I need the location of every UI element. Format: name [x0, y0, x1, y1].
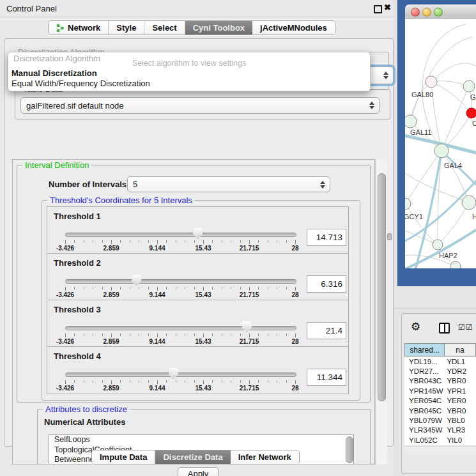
- slider-tick: [102, 380, 103, 383]
- column-layout-icon[interactable]: [439, 323, 450, 334]
- slider-tick-label: 9.144: [149, 338, 165, 345]
- slider-tick-label: 28: [291, 291, 298, 298]
- slider-tick-label: 28: [291, 245, 298, 252]
- table-hscrollbar-track[interactable]: [404, 446, 476, 454]
- table-row[interactable]: YIL052CYIL0: [404, 435, 476, 445]
- network-node-label: GA: [470, 93, 476, 101]
- slider-tick-label: 2.859: [103, 291, 119, 298]
- tab-impute-data[interactable]: Impute Data: [92, 450, 155, 464]
- table-row[interactable]: YPR145WYPR1: [404, 386, 476, 395]
- slider-thumb[interactable]: [242, 321, 252, 333]
- network-node[interactable]: [426, 76, 437, 88]
- node-attribute-table: shared...na YDL19...YDL1YDR27...YDR2YBR0…: [404, 343, 476, 445]
- network-canvas[interactable]: GAL80GACGAL11GAL4GCY1HHAP2: [405, 19, 476, 268]
- network-node[interactable]: [462, 196, 476, 210]
- slider-tick-label: 15.43: [195, 338, 211, 345]
- tab-discretize-data[interactable]: Discretize Data: [155, 450, 230, 464]
- table-row[interactable]: YBL079WYBL0: [404, 415, 476, 425]
- slider-tick: [258, 287, 259, 289]
- slider-tick: [102, 287, 103, 289]
- slider-tick: [120, 287, 121, 289]
- table-row[interactable]: YDR27...YDR2: [404, 366, 476, 376]
- tab-select[interactable]: Select: [144, 21, 185, 35]
- slider-thumb[interactable]: [132, 275, 141, 286]
- table-column-header-na[interactable]: na: [444, 344, 475, 356]
- table-row[interactable]: YLR345WYLR3: [404, 426, 476, 435]
- network-node[interactable]: [463, 81, 475, 92]
- tab-cyni-toolbox[interactable]: Cyni Toolbox: [185, 21, 252, 35]
- select-columns-icon[interactable]: ☑☑: [458, 323, 473, 332]
- table-cell: YBL079W: [404, 417, 444, 424]
- table-row[interactable]: YBR045CYBR0: [404, 406, 476, 415]
- threshold-value-field[interactable]: 11.344: [307, 369, 346, 386]
- threshold-panel-4: Threshold 4-3.4262.8599.14415.4321.71528…: [47, 346, 349, 394]
- threshold-value-field[interactable]: 21.4: [307, 322, 346, 339]
- tab-infer-network[interactable]: Infer Network: [231, 450, 299, 464]
- mac-minimize-button[interactable]: [422, 8, 431, 17]
- apply-button[interactable]: Apply: [178, 467, 219, 476]
- table-row[interactable]: YDL19...YDL1: [404, 357, 476, 366]
- popup-item-equal-width-frequency-discretization[interactable]: Equal Width/Frequency Discretization: [10, 79, 369, 88]
- settings-scrollbar-track[interactable]: [375, 159, 387, 464]
- threshold-value-field[interactable]: 6.316: [307, 275, 346, 293]
- slider-tick-label: 15.43: [195, 385, 211, 392]
- slider-tick: [157, 334, 158, 337]
- slider-tick: [130, 287, 130, 289]
- slider-tick: [176, 287, 176, 289]
- slider-tick: [194, 334, 195, 336]
- network-node[interactable]: [405, 115, 417, 128]
- slider-tick-label: -3.426: [56, 291, 74, 298]
- slider-tick: [194, 240, 195, 243]
- table-panel-header: Table Panel: [394, 286, 476, 309]
- slider-tick: [185, 240, 185, 243]
- table-cell: YDL1: [444, 358, 476, 365]
- settings-scrollbar-thumb[interactable]: [378, 173, 386, 401]
- slider-track[interactable]: [65, 372, 296, 377]
- slider-thumb[interactable]: [193, 228, 203, 240]
- close-icon[interactable]: ✖: [384, 3, 391, 12]
- mac-zoom-button[interactable]: [434, 8, 443, 17]
- table-data-combobox[interactable]: galFiltered.sif default node: [20, 97, 380, 114]
- slider-tick: [222, 380, 222, 383]
- network-node[interactable]: [433, 240, 443, 250]
- network-node[interactable]: [450, 261, 461, 268]
- network-node[interactable]: [466, 108, 476, 118]
- settings-scroll-viewport: Interval Definition Number of Intervals …: [12, 159, 375, 464]
- threshold-panel-3: Threshold 3-3.4262.8599.14415.4321.71528…: [47, 300, 349, 348]
- slider-tick: [65, 240, 66, 244]
- network-node[interactable]: [434, 144, 449, 158]
- threshold-value-field[interactable]: 14.713: [307, 229, 346, 246]
- network-node[interactable]: [405, 198, 411, 210]
- slider-track[interactable]: [65, 233, 296, 237]
- table-column-header-shared[interactable]: shared...: [405, 344, 444, 356]
- float-window-icon[interactable]: [374, 5, 382, 13]
- tab-network[interactable]: Network: [49, 21, 109, 35]
- slider-track[interactable]: [65, 279, 296, 284]
- attribute-item-selfloops[interactable]: SelfLoops: [49, 435, 353, 445]
- tab-label: Impute Data: [100, 452, 147, 462]
- slider-tick: [231, 334, 231, 336]
- slider-tick: [120, 334, 121, 336]
- tab-label: Network: [68, 23, 100, 33]
- algorithm-dropdown-popup: Discretization Algorithm Select algorith…: [8, 52, 371, 91]
- tab-label: Cyni Toolbox: [193, 23, 245, 33]
- attributes-list-scrollbar[interactable]: [346, 436, 353, 463]
- mac-close-button[interactable]: [411, 8, 420, 17]
- slider-thumb[interactable]: [169, 368, 178, 380]
- table-row[interactable]: YBR043CYBR0: [404, 376, 476, 386]
- combo-stepper-icon: [320, 181, 325, 188]
- tab-style[interactable]: Style: [109, 21, 144, 35]
- split-divider-handle[interactable]: [387, 233, 392, 240]
- slider-track[interactable]: [65, 326, 296, 330]
- tab-jactivemnodules[interactable]: jActiveMNodules: [252, 21, 335, 35]
- slider-tick: [295, 380, 296, 384]
- slider-tick: [84, 380, 84, 383]
- gear-icon[interactable]: ⚙: [411, 321, 420, 332]
- number-of-intervals-combobox[interactable]: 5: [127, 176, 330, 192]
- network-edge: [441, 151, 469, 203]
- table-row[interactable]: YER054CYER0: [404, 396, 476, 406]
- network-window-titlebar[interactable]: [405, 4, 476, 20]
- slider-tick: [166, 287, 167, 289]
- popup-item-manual-discretization[interactable]: Manual Discretization: [10, 68, 369, 78]
- threshold-label: Threshold 2: [54, 258, 101, 268]
